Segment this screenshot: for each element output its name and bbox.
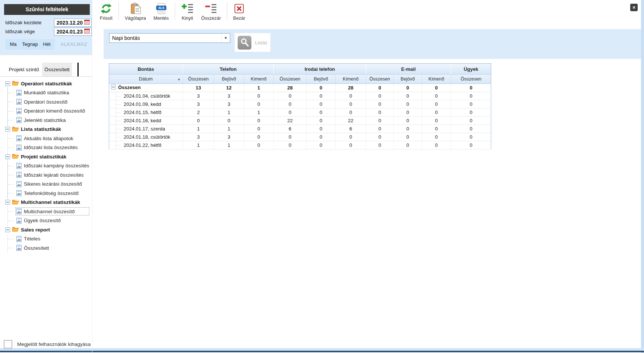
grid-column-header[interactable]: Bejövő [214,75,244,84]
value-cell: 0 [336,108,366,117]
grid-data-row[interactable]: 2024.01.04, csütörtök3300000000 [109,92,491,100]
tree-children: Időszaki kampány összesítésIdőszaki lejá… [7,161,89,198]
value-cell: 0 [422,141,451,149]
tree-item[interactable]: Időszaki kampány összesítés [8,161,89,171]
grid-column-header[interactable]: Összesen [183,75,214,84]
grid-data-row[interactable]: 2024.01.16, kedd000220220000 [109,117,491,125]
expand-all-button[interactable]: Kinyit [177,1,197,22]
tree-item-label: Jelenléti statisztika [24,117,66,123]
date-cell: 2024.01.17, szerda [109,125,183,133]
tree-item[interactable]: Multichannel összesítő [8,207,89,216]
tree-folder[interactable]: Lista statisztikák [4,125,89,134]
collapse-minus-icon[interactable] [5,127,10,132]
collapse-minus-icon[interactable] [5,154,10,159]
chevron-down-icon[interactable]: ▼ [221,34,230,42]
collapse-minus-icon[interactable] [5,81,10,86]
tree-item-label: Operátori összesítő [24,99,67,105]
value-cell: 0 [422,133,451,141]
tree-item[interactable]: Munkaidő statisztika [8,88,89,98]
grid-column-header[interactable]: Dátum▲ [109,75,183,84]
grid-column-header[interactable]: Kimenő [336,75,366,84]
magnifier-icon [238,36,251,50]
list-button[interactable]: Listáz [235,33,270,52]
tree-folder[interactable]: Projekt statisztikák [4,152,89,161]
tree-item[interactable]: Jelenléti statisztika [8,116,89,125]
grid-column-header[interactable]: Kimenő [422,75,451,84]
grid-column-header[interactable]: Összesen [451,75,491,84]
tree-folder[interactable]: Sales report [4,225,89,234]
grid-column-header[interactable]: Bejövő [394,75,422,84]
grid-data-row[interactable]: 2024.01.09, kedd3300000000 [109,100,491,108]
value-cell: 6 [336,125,366,133]
value-cell: 0 [214,117,244,125]
value-cell: 0 [307,125,336,133]
tree-item-label: Időszaki lista összesítés [24,145,78,150]
value-cell: 3 [214,92,244,100]
tree-folder[interactable]: Multichannel statisztikák [4,198,89,207]
tree-folder[interactable]: Operátori statisztikák [4,79,89,88]
quick-button-yesterday[interactable]: Tegnap [22,39,38,50]
filter-panel: Szűrési feltételek Időszak kezdete 2023.… [0,0,92,55]
copy-to-clipboard-button[interactable]: Vágólapra [121,1,150,22]
period-start-input[interactable]: 2023.12.20 [54,19,92,27]
value-cell: 3 [183,100,214,108]
grid-column-header[interactable]: Bejövő [307,75,336,84]
grid-data-row[interactable]: 2024.01.15, hétfő2110000000 [109,108,491,117]
value-cell: 0 [422,92,451,100]
tree-item[interactable]: Operátori kimenő összesítő [8,107,89,116]
calendar-icon[interactable] [84,19,90,26]
tree-item[interactable]: Időszaki lista összesítés [8,143,89,152]
value-cell: 0 [244,133,274,141]
breakdown-selected-value: Napi bontás [110,34,221,42]
value-cell: 0 [274,133,307,141]
collapse-minus-icon[interactable] [5,200,10,205]
collapse-all-button[interactable]: Összezár [197,1,225,22]
grid-data-row[interactable]: 2024.01.18, csütörtök3300000000 [109,133,491,141]
grid-column-header[interactable]: Összesen [274,75,307,84]
quick-button-week[interactable]: Hét [39,39,55,50]
window-close-button[interactable]: ✕ [630,4,638,11]
grid-column-label: Összesen [188,76,209,82]
tree-item[interactable]: Telefonköltség összesítő [8,189,89,198]
grid-column-header[interactable]: Kimenő [244,75,274,84]
summary-value-cell: 1 [244,84,274,92]
refresh-button[interactable]: Frissít [96,1,116,22]
grid-data-row[interactable]: 2024.01.17, szerda1106060000 [109,125,491,133]
collapse-all-label: Összezár [201,16,221,21]
tab-project-level[interactable]: Projekt szintű [6,63,42,76]
date-cell: 2024.01.04, csütörtök [109,92,183,100]
tree-item[interactable]: Összesített [8,243,89,253]
value-cell: 0 [274,100,307,108]
collapse-minus-icon[interactable] [111,85,116,91]
tab-aggregated[interactable]: Összesített [42,63,72,76]
value-cell: 0 [451,141,491,149]
report-icon [16,245,22,251]
breakdown-dropdown[interactable]: Napi bontás ▼ [109,33,230,43]
summary-value-cell: 0 [422,84,451,92]
collapse-minus-icon[interactable] [5,227,10,232]
apply-button[interactable]: ALKALMAZ [56,39,92,50]
grid-column-label: Kimenő [251,76,266,82]
tree-item[interactable]: Sikeres lezárási összesítő [8,180,89,189]
value-cell: 22 [336,117,366,125]
calendar-icon[interactable] [84,28,90,35]
tree-item[interactable]: Ügyek összesítő [8,216,89,226]
report-icon [16,145,22,151]
tree-item[interactable]: Tételes [8,234,89,244]
tree-item[interactable]: Operátori összesítő [8,97,89,107]
quick-button-today[interactable]: Ma [5,39,21,50]
save-xls-button[interactable]: XLS Mentés [150,1,172,22]
date-cell: 2024.01.22, hétfő [109,141,183,149]
value-cell: 0 [451,133,491,141]
period-end-input[interactable]: 2024.01.23 [54,28,92,36]
grid-column-header[interactable]: Összesen [366,75,394,84]
tree-folder-label: Projekt statisztikák [21,154,66,160]
grid-data-row[interactable]: 2024.01.22, hétfő1100000000 [109,141,491,149]
grid-summary-row[interactable]: Összesen13121280280000 [109,84,491,92]
tree-item[interactable]: Aktuális lista állapotok [8,134,89,143]
close-report-button[interactable]: Bezár [229,1,249,22]
exclude-marked-users-checkbox[interactable] [4,340,12,349]
xls-file-icon: XLS [155,2,167,15]
tree-item[interactable]: Időszaki lejárati összesítés [8,170,89,180]
value-cell: 0 [366,108,394,117]
